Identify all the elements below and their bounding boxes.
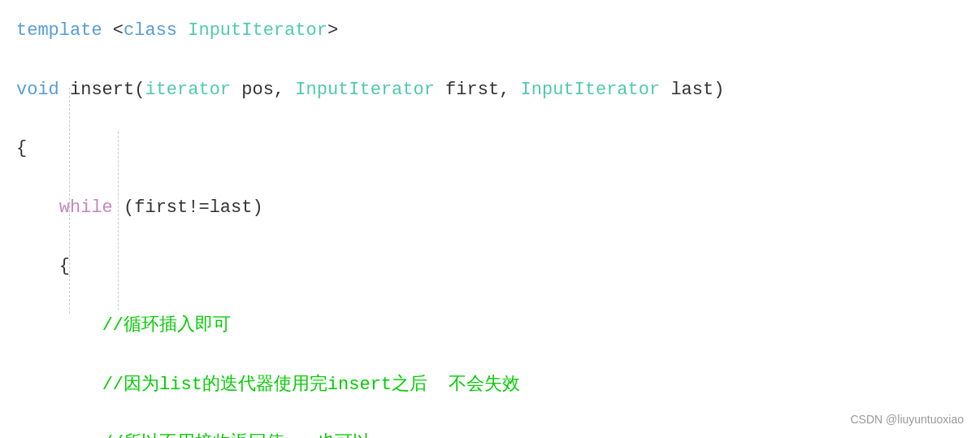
code-container: template <class InputIterator> void inse… xyxy=(0,0,980,438)
line-4: while (first!=last) xyxy=(16,193,956,223)
line-8: //所以不用接收返回值 也可以 xyxy=(16,429,956,438)
code-block: template <class InputIterator> void inse… xyxy=(16,16,956,438)
watermark: CSDN @liuyuntuoxiao xyxy=(851,413,965,426)
line-2: void insert(iterator pos, InputIterator … xyxy=(16,76,956,105)
line-5: { xyxy=(16,252,956,281)
line-6: //循环插入即可 xyxy=(16,311,956,340)
line-7: //因为list的迭代器使用完insert之后 不会失效 xyxy=(16,371,956,400)
line-3: { xyxy=(16,134,956,163)
line-1: template <class InputIterator> xyxy=(16,16,956,46)
